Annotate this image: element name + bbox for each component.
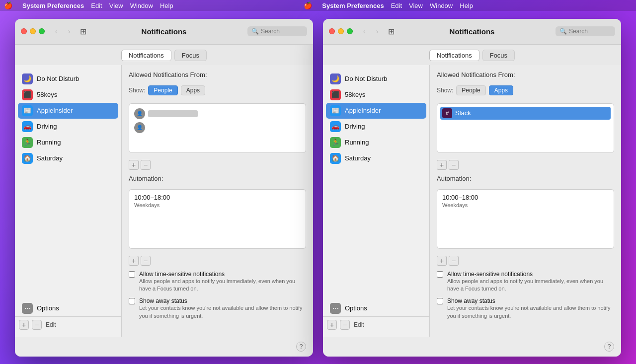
tab-focus-2[interactable]: Focus (482, 50, 515, 61)
menu-view-left[interactable]: View (109, 2, 123, 9)
show-people-btn-2[interactable]: People (456, 85, 485, 95)
remove-apps-btn-2[interactable]: − (449, 160, 459, 170)
menubar: 🍎 System Preferences Edit View Window He… (0, 0, 636, 11)
sidebar-item-running-2[interactable]: 🏃 Running (326, 135, 426, 150)
checkbox-row-2-1: Allow time-sensitive notifications Allow… (437, 271, 614, 293)
sidebar-icon-driving-2: 🚗 (330, 121, 341, 132)
add-focus-btn-2[interactable]: + (327, 320, 337, 330)
grid-icon-1[interactable]: ⊞ (78, 26, 88, 37)
automation-days-1: Weekdays (134, 202, 301, 208)
tab-notifications-1[interactable]: Notifications (121, 50, 171, 61)
sidebar-items-2: 🌙 Do Not Disturb ⬛ 58keys 📰 AppleInsider… (323, 69, 429, 300)
menu-window-left[interactable]: Window (130, 2, 153, 9)
remove-focus-btn-1[interactable]: − (32, 320, 42, 330)
list-item-1-2[interactable]: 👤 (132, 121, 303, 135)
sidebar-bottom-2: + − Edit (323, 316, 429, 333)
add-automation-btn-2[interactable]: + (437, 256, 447, 266)
minimize-button-2[interactable] (338, 28, 344, 34)
apps-list-2: # Slack (437, 103, 614, 153)
grid-icon-2[interactable]: ⊞ (386, 26, 397, 37)
sidebar-icon-appleinsider-1: 📰 (22, 105, 33, 116)
help-btn-2[interactable]: ? (604, 342, 614, 352)
sidebar-item-58keys-2[interactable]: ⬛ 58keys (326, 87, 426, 103)
show-apps-btn-2[interactable]: Apps (489, 85, 513, 95)
add-people-btn-1[interactable]: + (129, 160, 139, 170)
sidebar-item-58keys-1[interactable]: ⬛ 58keys (18, 87, 118, 103)
sidebar-item-driving-2[interactable]: 🚗 Driving (326, 119, 426, 135)
back-arrow-1[interactable]: ‹ (51, 26, 62, 37)
remove-people-btn-1[interactable]: − (141, 160, 151, 170)
sidebar-item-running-1[interactable]: 🏃 Running (18, 135, 118, 150)
search-box-2[interactable]: 🔍 (556, 26, 615, 36)
checkbox-row-1-2: Show away status Let your contacts know … (129, 297, 306, 320)
checkbox-desc-1-1: Allow people and apps to notify you imme… (139, 278, 306, 293)
maximize-button-1[interactable] (39, 28, 45, 34)
minimize-button-1[interactable] (30, 28, 36, 34)
menu-help-left[interactable]: Help (160, 2, 173, 9)
checkbox-awaystat-1[interactable] (129, 298, 135, 304)
sidebar-item-appleinsider-1[interactable]: 📰 AppleInsider (18, 103, 118, 119)
slack-label: Slack (455, 109, 471, 117)
sidebar-item-dnd-1[interactable]: 🌙 Do Not Disturb (18, 71, 118, 87)
sidebar-item-appleinsider-2[interactable]: 📰 AppleInsider (326, 103, 426, 119)
menu-view-right[interactable]: View (409, 2, 423, 9)
edit-btn-2[interactable]: Edit (354, 321, 364, 328)
sidebar-icon-running-2: 🏃 (330, 137, 341, 148)
sidebar-item-driving-1[interactable]: 🚗 Driving (18, 119, 118, 135)
allowed-title-2: Allowed Notifications From: (437, 71, 614, 78)
back-arrow-2[interactable]: ‹ (359, 26, 370, 37)
sidebar-item-dnd-2[interactable]: 🌙 Do Not Disturb (326, 71, 426, 87)
nav-arrows-1: ‹ › (51, 26, 75, 37)
sidebar-icon-dnd-1: 🌙 (22, 73, 33, 84)
search-input-2[interactable] (569, 28, 614, 35)
remove-automation-btn-1[interactable]: − (141, 256, 151, 266)
checkbox-awaystat-2[interactable] (437, 298, 443, 304)
search-icon-2: 🔍 (559, 28, 567, 35)
forward-arrow-2[interactable]: › (372, 26, 383, 37)
add-automation-btn-1[interactable]: + (129, 256, 139, 266)
menu-edit-right[interactable]: Edit (391, 2, 402, 9)
add-focus-btn-1[interactable]: + (19, 320, 29, 330)
search-box-1[interactable]: 🔍 (247, 26, 307, 36)
window-title-1: Notifications (142, 27, 187, 36)
automation-days-2: Weekdays (442, 202, 609, 208)
remove-focus-btn-2[interactable]: − (340, 320, 350, 330)
checkbox-timesensitive-2[interactable] (437, 271, 443, 278)
sidebar-bottom-1: + − Edit (15, 316, 121, 333)
checkbox-label-1-2: Show away status (139, 297, 306, 304)
main-content-2: 🌙 Do Not Disturb ⬛ 58keys 📰 AppleInsider… (323, 65, 621, 337)
help-btn-1[interactable]: ? (296, 342, 306, 352)
show-row-2: Show: People Apps (437, 85, 614, 95)
menu-window-right[interactable]: Window (430, 2, 453, 9)
apple-logo-left[interactable]: 🍎 (4, 1, 12, 9)
add-apps-btn-2[interactable]: + (437, 160, 447, 170)
checkbox-row-2-2: Show away status Let your contacts know … (437, 297, 614, 320)
automation-controls-2: + − (437, 256, 614, 266)
close-button-1[interactable] (21, 28, 27, 34)
search-input-1[interactable] (261, 28, 306, 35)
options-item-1[interactable]: ⋯ Options (18, 300, 118, 316)
apple-logo-right[interactable]: 🍎 (304, 1, 312, 9)
checkbox-desc-2-1: Allow people and apps to notify you imme… (447, 278, 614, 293)
edit-btn-1[interactable]: Edit (46, 321, 56, 328)
forward-arrow-1[interactable]: › (64, 26, 75, 37)
tab-notifications-2[interactable]: Notifications (429, 50, 479, 61)
sidebar-item-saturday-2[interactable]: 🏠 Saturday (326, 150, 426, 166)
show-people-btn-1[interactable]: People (148, 85, 177, 95)
list-item-1-1[interactable]: 👤 (132, 107, 303, 121)
list-item-slack[interactable]: # Slack (440, 107, 611, 120)
menu-edit-left[interactable]: Edit (91, 2, 102, 9)
sidebar-item-saturday-1[interactable]: 🏠 Saturday (18, 150, 118, 166)
remove-automation-btn-2[interactable]: − (449, 256, 459, 266)
sidebar-label-58keys-2: 58keys (345, 91, 365, 98)
app-name-left[interactable]: System Preferences (22, 2, 84, 9)
app-name-right[interactable]: System Preferences (322, 2, 384, 9)
menu-help-right[interactable]: Help (460, 2, 473, 9)
maximize-button-2[interactable] (347, 28, 353, 34)
show-apps-btn-1[interactable]: Apps (181, 85, 205, 95)
checkbox-timesensitive-1[interactable] (129, 271, 135, 278)
options-item-2[interactable]: ⋯ Options (326, 300, 426, 316)
close-button-2[interactable] (329, 28, 335, 34)
tab-focus-1[interactable]: Focus (174, 50, 207, 61)
main-content-1: 🌙 Do Not Disturb ⬛ 58keys 📰 AppleInsider… (15, 65, 313, 337)
